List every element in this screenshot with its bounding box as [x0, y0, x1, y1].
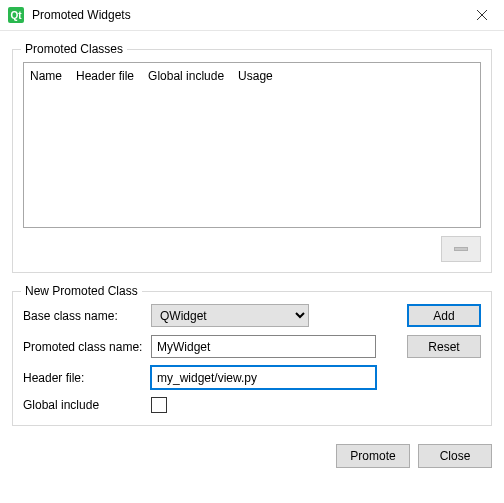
- new-promoted-class-legend: New Promoted Class: [21, 284, 142, 298]
- add-button[interactable]: Add: [407, 304, 481, 327]
- promote-button[interactable]: Promote: [336, 444, 410, 468]
- col-usage[interactable]: Usage: [238, 69, 273, 83]
- promoted-class-row: Promoted class name: Reset: [23, 335, 481, 358]
- base-class-label: Base class name:: [23, 309, 151, 323]
- close-window-button[interactable]: [459, 0, 504, 31]
- close-icon: [477, 10, 487, 20]
- header-file-label: Header file:: [23, 371, 151, 385]
- base-class-combo[interactable]: QWidget: [151, 304, 309, 327]
- header-file-row: Header file:: [23, 366, 481, 389]
- new-promoted-class-group: New Promoted Class Base class name: QWid…: [12, 291, 492, 426]
- col-header-file[interactable]: Header file: [76, 69, 134, 83]
- base-class-row: Base class name: QWidget Add: [23, 304, 481, 327]
- global-include-label: Global include: [23, 398, 151, 412]
- reset-button[interactable]: Reset: [407, 335, 481, 358]
- remove-button[interactable]: [441, 236, 481, 262]
- col-global-include[interactable]: Global include: [148, 69, 224, 83]
- close-button[interactable]: Close: [418, 444, 492, 468]
- promoted-classes-table[interactable]: Name Header file Global include Usage: [23, 62, 481, 228]
- promoted-classes-group: Promoted Classes Name Header file Global…: [12, 49, 492, 273]
- promoted-class-label: Promoted class name:: [23, 340, 151, 354]
- promoted-class-input[interactable]: [151, 335, 376, 358]
- app-icon: Qt: [8, 7, 24, 23]
- col-name[interactable]: Name: [30, 69, 62, 83]
- titlebar: Qt Promoted Widgets: [0, 0, 504, 31]
- minus-icon: [454, 247, 468, 251]
- dialog-footer: Promote Close: [0, 436, 504, 480]
- delete-row: [23, 236, 481, 262]
- window-title: Promoted Widgets: [32, 8, 459, 22]
- promoted-classes-legend: Promoted Classes: [21, 42, 127, 56]
- table-header: Name Header file Global include Usage: [24, 63, 480, 89]
- header-file-input[interactable]: [151, 366, 376, 389]
- content: Promoted Classes Name Header file Global…: [0, 31, 504, 436]
- global-include-row: Global include: [23, 397, 481, 413]
- global-include-checkbox[interactable]: [151, 397, 167, 413]
